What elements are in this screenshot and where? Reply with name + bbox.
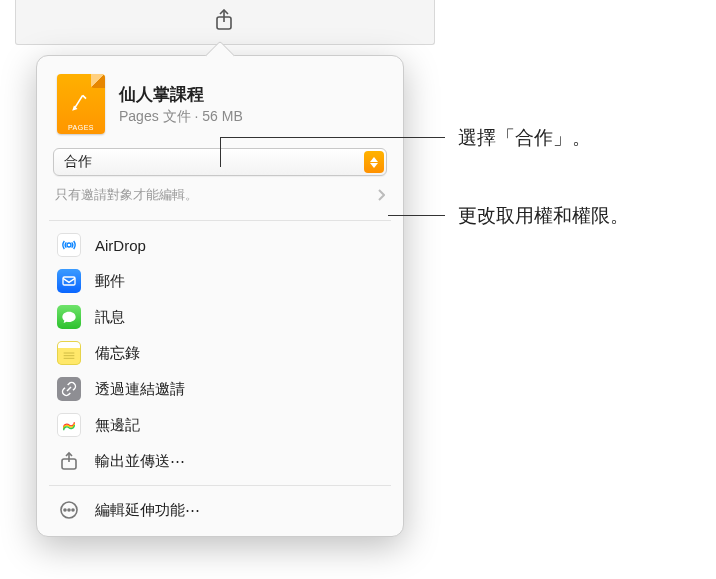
- more-icon: [57, 498, 81, 522]
- share-option-label: AirDrop: [95, 237, 146, 254]
- share-option-label: 郵件: [95, 272, 125, 291]
- share-option-freeform[interactable]: 無邊記: [37, 407, 403, 443]
- permission-text: 只有邀請對象才能編輯。: [55, 186, 198, 204]
- freeform-icon: [57, 413, 81, 437]
- svg-rect-2: [63, 277, 75, 285]
- notes-icon: [57, 341, 81, 365]
- divider: [49, 220, 391, 221]
- document-icon-badge: PAGES: [57, 124, 105, 131]
- divider: [49, 485, 391, 486]
- share-option-label: 訊息: [95, 308, 125, 327]
- callout-line: [220, 137, 445, 138]
- callout-line: [220, 137, 221, 167]
- document-title: 仙人掌課程: [119, 83, 243, 106]
- share-icon: [214, 9, 234, 31]
- share-button[interactable]: [211, 5, 237, 35]
- document-icon: PAGES: [57, 74, 105, 134]
- callout-permission: 更改取用權和權限。: [458, 203, 629, 229]
- callout-collab: 選擇「合作」。: [458, 125, 591, 151]
- export-label: 輸出並傳送⋯: [95, 452, 185, 471]
- share-option-invite-link[interactable]: 透過連結邀請: [37, 371, 403, 407]
- share-popover: PAGES 仙人掌課程 Pages 文件 · 56 MB 合作 只有邀請對象才能…: [36, 55, 404, 537]
- link-icon: [57, 377, 81, 401]
- svg-point-9: [68, 509, 70, 511]
- share-option-mail[interactable]: 郵件: [37, 263, 403, 299]
- share-option-label: 備忘錄: [95, 344, 140, 363]
- export-icon: [57, 449, 81, 473]
- edit-extensions-label: 編輯延伸功能⋯: [95, 501, 200, 520]
- svg-point-1: [67, 243, 71, 247]
- share-option-notes[interactable]: 備忘錄: [37, 335, 403, 371]
- airdrop-icon: [57, 233, 81, 257]
- share-option-messages[interactable]: 訊息: [37, 299, 403, 335]
- dropdown-stepper-icon: [364, 151, 384, 173]
- messages-icon: [57, 305, 81, 329]
- collaborate-dropdown-label: 合作: [64, 153, 92, 171]
- share-option-label: 無邊記: [95, 416, 140, 435]
- share-option-airdrop[interactable]: AirDrop: [37, 227, 403, 263]
- share-option-label: 透過連結邀請: [95, 380, 185, 399]
- svg-point-8: [64, 509, 66, 511]
- edit-extensions[interactable]: 編輯延伸功能⋯: [37, 492, 403, 528]
- export-and-send[interactable]: 輸出並傳送⋯: [37, 443, 403, 479]
- mail-icon: [57, 269, 81, 293]
- chevron-right-icon: [377, 189, 385, 201]
- callout-line: [388, 215, 445, 216]
- document-meta: Pages 文件 · 56 MB: [119, 108, 243, 126]
- toolbar: [15, 0, 435, 45]
- svg-point-10: [72, 509, 74, 511]
- permission-settings-row[interactable]: 只有邀請對象才能編輯。: [53, 186, 387, 214]
